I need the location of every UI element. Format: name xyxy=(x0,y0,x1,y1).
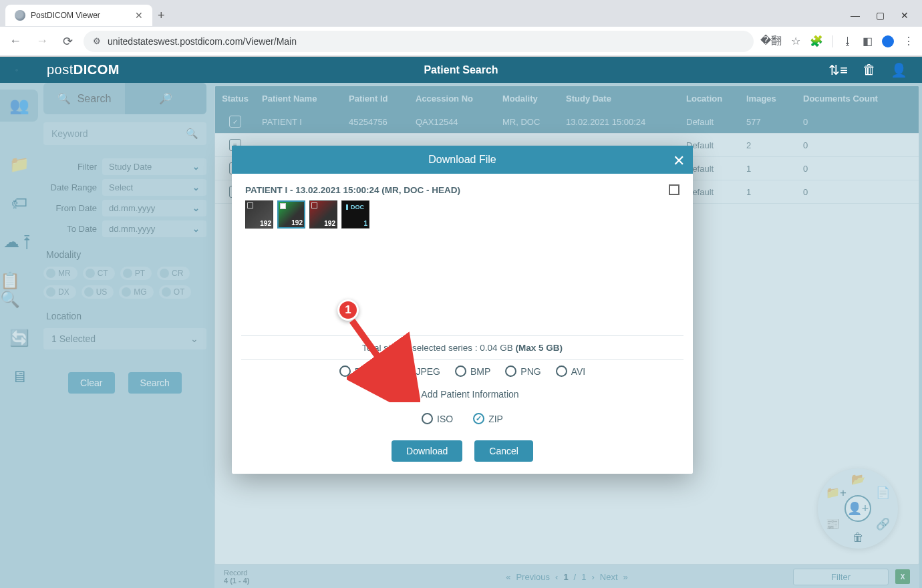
download-button[interactable]: Download xyxy=(392,440,462,462)
filter-select[interactable]: Study Date⌄ xyxy=(102,158,206,175)
screens-icon[interactable]: 🖥 xyxy=(11,368,27,386)
minimize-icon[interactable]: — xyxy=(851,10,860,21)
modality-chip-ot[interactable]: OT xyxy=(159,285,192,299)
th-documents[interactable]: Documents Count xyxy=(796,94,897,104)
radial-menu[interactable]: 📂 📄 🔗 🗑 📰 📁+ 👤+ xyxy=(818,468,898,549)
search-tabs: 🔍 Search 🔎 xyxy=(43,83,206,114)
next-page-button[interactable]: Next xyxy=(600,572,618,582)
th-status[interactable]: Status xyxy=(215,94,255,104)
format-jpeg[interactable]: JPEG xyxy=(400,365,440,377)
forward-button[interactable]: → xyxy=(32,31,52,51)
thumb-checkbox-icon[interactable] xyxy=(280,203,286,209)
sidepanel-icon[interactable]: ◧ xyxy=(863,35,873,47)
clear-button[interactable]: Clear xyxy=(68,372,114,394)
patients-icon[interactable]: 👥 xyxy=(0,90,38,122)
radial-open-folder-icon[interactable]: 📂 xyxy=(851,472,865,486)
export-excel-icon[interactable]: X xyxy=(895,569,910,584)
th-date[interactable]: Study Date xyxy=(559,94,679,104)
format-bmp[interactable]: BMP xyxy=(455,365,490,377)
keyword-input[interactable]: Keyword 🔍 xyxy=(43,122,206,145)
new-tab-button[interactable]: + xyxy=(158,9,165,23)
radial-share-icon[interactable]: 🔗 xyxy=(876,517,890,531)
modal-header: Download File ✕ xyxy=(232,146,693,174)
site-settings-icon[interactable]: ⚙ xyxy=(93,36,101,46)
browser-chrome: PostDICOM Viewer ✕ + — ▢ ✕ ← → ⟳ ⚙ unite… xyxy=(0,0,922,57)
brand-logo[interactable]: postDICOM xyxy=(47,62,120,78)
maximize-icon[interactable]: ▢ xyxy=(876,10,885,21)
th-images[interactable]: Images xyxy=(740,94,796,104)
date-range-select[interactable]: Select⌄ xyxy=(102,179,206,196)
next-arrow-icon[interactable]: › xyxy=(591,572,594,582)
close-window-icon[interactable]: ✕ xyxy=(901,10,909,21)
trash-icon[interactable]: 🗑 xyxy=(863,62,876,78)
footer-filter-button[interactable]: Filter xyxy=(793,569,889,585)
extensions-icon[interactable]: 🧩 xyxy=(810,35,823,47)
th-name[interactable]: Patient Name xyxy=(255,94,342,104)
worklist-icon[interactable]: 📋🔍 xyxy=(0,271,38,309)
series-thumbnail[interactable]: 192 xyxy=(277,200,305,229)
add-patient-info-row[interactable]: Add Patient Information xyxy=(245,382,679,406)
th-accession[interactable]: Accession No xyxy=(409,94,496,104)
th-modality[interactable]: Modality xyxy=(496,94,559,104)
cancel-button[interactable]: Cancel xyxy=(474,440,533,462)
profile-avatar-icon[interactable] xyxy=(882,35,894,47)
search-button[interactable]: Search xyxy=(128,372,182,394)
user-account-icon[interactable]: 👤 xyxy=(891,62,907,78)
sort-list-icon[interactable]: ⇅≡ xyxy=(828,62,848,78)
upload-cloud-icon[interactable]: ☁⭱ xyxy=(3,233,35,251)
select-all-checkbox[interactable] xyxy=(669,184,679,195)
menu-dots-icon[interactable]: ⋮ xyxy=(903,35,914,47)
address-bar[interactable]: ⚙ unitedstateswest.postdicom.com/Viewer/… xyxy=(84,31,754,52)
archive-iso[interactable]: ISO xyxy=(422,413,453,424)
radial-add-folder-icon[interactable]: 📁+ xyxy=(826,486,847,500)
archive-zip[interactable]: ZIP xyxy=(473,413,503,424)
modality-chip-cr[interactable]: CR xyxy=(157,267,190,280)
modal-close-icon[interactable]: ✕ xyxy=(673,152,685,170)
format-avi[interactable]: AVI xyxy=(556,365,586,377)
to-date-label: To Date xyxy=(43,224,97,234)
first-page-icon[interactable]: « xyxy=(506,572,510,582)
to-date-input[interactable]: dd.mm.yyyy⌄ xyxy=(102,220,206,237)
bookmark-star-icon[interactable]: ☆ xyxy=(791,35,800,47)
modal-body: PATIENT I - 13.02.2021 15:00:24 (MR, DOC… xyxy=(232,174,693,474)
location-select[interactable]: 1 Selected ⌄ xyxy=(43,328,206,349)
radial-document-icon[interactable]: 📄 xyxy=(876,486,890,500)
tab-close-icon[interactable]: ✕ xyxy=(135,10,143,21)
folder-icon[interactable]: 📁 xyxy=(9,155,29,174)
thumb-checkbox-icon[interactable] xyxy=(247,202,253,208)
th-id[interactable]: Patient Id xyxy=(342,94,409,104)
thumb-checkbox-icon[interactable] xyxy=(311,202,317,208)
last-page-icon[interactable]: » xyxy=(623,572,628,582)
modality-chip-mr[interactable]: MR xyxy=(43,267,78,280)
reload-button[interactable]: ⟳ xyxy=(59,31,77,51)
prev-page-button[interactable]: Previous xyxy=(516,572,550,582)
search-tab-advanced[interactable]: 🔎 xyxy=(125,83,206,114)
format-dicom[interactable]: DICOM xyxy=(339,365,386,377)
series-thumbnail-doc[interactable]: DOC 1 xyxy=(341,200,369,229)
radio-icon xyxy=(339,365,351,377)
downloads-icon[interactable]: ⭳ xyxy=(842,35,853,47)
prev-arrow-icon[interactable]: ‹ xyxy=(555,572,558,582)
search-tab-basic[interactable]: 🔍 Search xyxy=(43,83,125,114)
studies-icon[interactable]: 🏷 xyxy=(11,194,27,212)
radial-delete-icon[interactable]: 🗑 xyxy=(853,531,864,545)
sync-icon[interactable]: 🔄 xyxy=(9,329,29,347)
radial-center-user-icon[interactable]: 👤+ xyxy=(844,495,871,522)
modality-chip-ct[interactable]: CT xyxy=(83,267,115,280)
translate-icon[interactable]: �翻 xyxy=(760,34,782,48)
browser-tab[interactable]: PostDICOM Viewer ✕ xyxy=(5,5,152,26)
from-date-input[interactable]: dd.mm.yyyy⌄ xyxy=(102,200,206,216)
modality-chip-dx[interactable]: DX xyxy=(43,285,76,299)
table-row[interactable]: ✓ PATIENT I 45254756 QAX12544 MR, DOC 13… xyxy=(215,110,919,134)
radial-report-icon[interactable]: 📰 xyxy=(826,517,840,531)
back-button[interactable]: ← xyxy=(5,31,25,51)
th-location[interactable]: Location xyxy=(679,94,740,104)
series-thumbnail[interactable]: 192 xyxy=(245,200,273,229)
modality-chips: MR CT PT CR DX US MG OT xyxy=(43,267,206,299)
modality-chip-mg[interactable]: MG xyxy=(119,285,153,299)
format-png[interactable]: PNG xyxy=(505,365,541,377)
search-icon[interactable]: 🔍 xyxy=(186,128,198,140)
series-thumbnail[interactable]: 192 xyxy=(309,200,337,229)
modality-chip-us[interactable]: US xyxy=(82,285,114,299)
modality-chip-pt[interactable]: PT xyxy=(120,267,152,280)
